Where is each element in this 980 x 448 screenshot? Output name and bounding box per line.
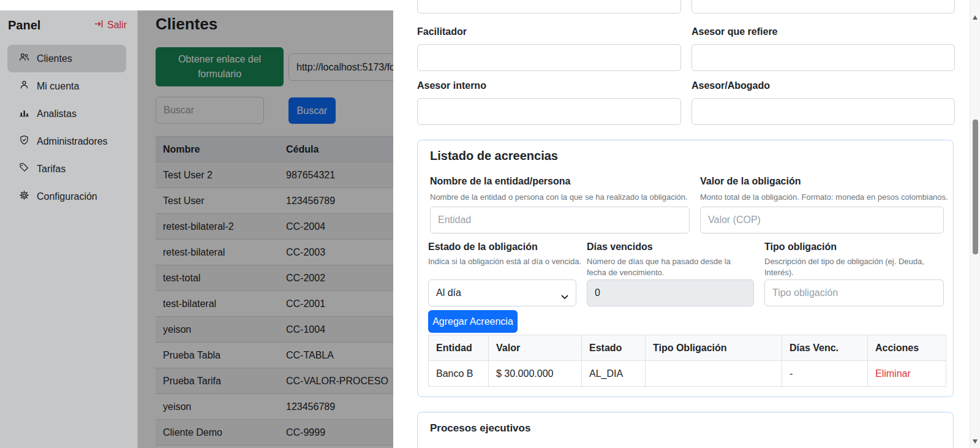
valor-label: Valor de la obligación: [700, 176, 801, 187]
cutoff-input-left[interactable]: [417, 0, 681, 13]
acreencias-header-row: Entidad Valor Estado Tipo Obligación Día…: [429, 335, 946, 361]
dias-vencidos-input[interactable]: [587, 279, 754, 306]
acreencias-table: Entidad Valor Estado Tipo Obligación Día…: [428, 335, 946, 387]
scrollbar-thumb[interactable]: [973, 120, 978, 254]
client-form-panel: Facilitador Asesor que refiere Asesor in…: [393, 0, 970, 448]
procesos-card: Procesos ejecutivos: [417, 412, 954, 448]
asesor-refiere-input[interactable]: [692, 44, 955, 71]
estado-label: Estado de la obligación: [428, 241, 538, 252]
vertical-scrollbar[interactable]: [970, 0, 980, 448]
entidad-col-header: Entidad: [429, 335, 489, 361]
valor-input[interactable]: [700, 207, 944, 233]
app-root: Panel Salir Clientes: [0, 0, 980, 448]
acreencias-card: Listado de acreencias Nombre de la entid…: [417, 140, 954, 397]
acciones-col-header: Acciones: [868, 335, 946, 361]
valor-col-header: Valor: [489, 335, 582, 361]
valor-cell: $ 30.000.000: [489, 361, 582, 387]
delete-acreencia-link[interactable]: Eliminar: [875, 368, 911, 379]
acreencias-card-title: Listado de acreencias: [430, 149, 558, 163]
valor-help: Monto total de la obligación. Formato: m…: [700, 192, 948, 203]
acciones-cell: Eliminar: [868, 361, 946, 387]
acreencia-row: Banco B $ 30.000.000 AL_DIA - Eliminar: [429, 361, 946, 387]
tipo-cell: [646, 361, 782, 387]
entidad-input[interactable]: [430, 207, 690, 233]
estado-select[interactable]: Al día: [428, 279, 576, 306]
tipo-obligacion-help: Descripción del tipo de obligación (ej. …: [764, 256, 939, 278]
entidad-help: Nombre de la entidad o persona con la qu…: [430, 192, 688, 203]
chevron-down-icon: [561, 291, 568, 302]
asesor-abogado-label: Asesor/Abogado: [692, 80, 770, 91]
asesor-abogado-input[interactable]: [692, 98, 955, 125]
cutoff-input-right[interactable]: [692, 0, 955, 13]
asesor-interno-label: Asesor interno: [417, 80, 486, 91]
dias-vencidos-help: Número de días que ha pasado desde la fe…: [587, 256, 747, 278]
facilitador-label: Facilitador: [417, 26, 467, 37]
dias-col-header: Días Venc.: [782, 335, 868, 361]
asesor-interno-input[interactable]: [417, 98, 681, 125]
asesor-refiere-label: Asesor que refiere: [692, 26, 778, 37]
entidad-cell: Banco B: [429, 361, 489, 387]
tipo-col-header: Tipo Obligación: [646, 335, 782, 361]
modal-backdrop-inner[interactable]: [138, 10, 393, 448]
entidad-label: Nombre de la entidad/persona: [430, 176, 570, 187]
scroll-up-arrow[interactable]: [973, 15, 978, 20]
tipo-obligacion-label: Tipo obligación: [764, 241, 837, 252]
dias-cell: -: [782, 361, 868, 387]
estado-selected-value: Al día: [436, 287, 461, 298]
facilitador-input[interactable]: [417, 44, 681, 71]
estado-help: Indica si la obligación está al día o ve…: [428, 256, 581, 267]
dias-vencidos-label: Días vencidos: [587, 241, 653, 252]
procesos-card-title: Procesos ejecutivos: [430, 422, 530, 435]
estado-cell: AL_DIA: [582, 361, 646, 387]
add-acreencia-button[interactable]: Agregar Acreencia: [428, 310, 518, 333]
scroll-down-arrow[interactable]: [973, 439, 978, 444]
tipo-obligacion-input[interactable]: [764, 279, 944, 306]
estado-col-header: Estado: [582, 335, 646, 361]
